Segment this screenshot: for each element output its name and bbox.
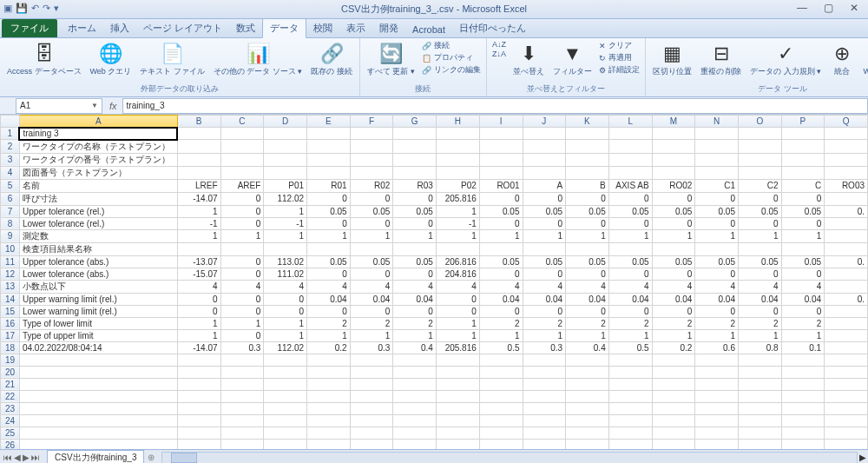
cell[interactable]: [264, 354, 307, 366]
cell[interactable]: 4: [652, 280, 695, 293]
cell[interactable]: [393, 354, 437, 366]
cell[interactable]: R01: [307, 179, 351, 192]
cell[interactable]: 4: [781, 280, 825, 293]
cell[interactable]: 0.04: [307, 293, 351, 305]
row-header[interactable]: 6: [1, 192, 20, 205]
cell[interactable]: 0.3: [220, 341, 264, 354]
cell[interactable]: [177, 140, 220, 154]
cell[interactable]: 0.05: [479, 255, 523, 268]
cell[interactable]: -1: [264, 217, 307, 229]
cell[interactable]: [608, 402, 652, 414]
cell[interactable]: RO02: [652, 179, 695, 192]
cell[interactable]: [479, 378, 523, 390]
cell[interactable]: [781, 439, 825, 449]
cell[interactable]: 2: [695, 317, 739, 329]
cell[interactable]: 0.6: [695, 341, 739, 354]
cell[interactable]: 0: [220, 268, 264, 280]
cell[interactable]: [652, 354, 695, 366]
cell[interactable]: B: [566, 179, 609, 192]
cell[interactable]: [350, 414, 393, 427]
cell[interactable]: [825, 390, 868, 402]
cell[interactable]: [738, 439, 781, 449]
cell[interactable]: 0.3: [523, 341, 566, 354]
column-header[interactable]: Q: [825, 116, 868, 128]
cell[interactable]: 0.4: [566, 341, 609, 354]
cell[interactable]: [479, 427, 523, 439]
cell[interactable]: 0: [350, 217, 393, 229]
cell[interactable]: [307, 153, 351, 166]
cell[interactable]: 0.05: [393, 205, 437, 217]
cell[interactable]: 1: [393, 329, 437, 341]
cell[interactable]: [738, 166, 781, 179]
cell[interactable]: 1: [738, 229, 781, 242]
cell[interactable]: [264, 366, 307, 378]
cell[interactable]: 1: [479, 329, 523, 341]
cell[interactable]: [566, 242, 609, 255]
web-query-button[interactable]: 🌐Web クエリ: [89, 40, 134, 78]
cell[interactable]: [695, 414, 739, 427]
cell[interactable]: [695, 366, 739, 378]
cell[interactable]: 0: [436, 293, 479, 305]
cell[interactable]: 1: [652, 229, 695, 242]
ribbon-tab-9[interactable]: 日付印ぺったん: [452, 19, 533, 37]
cell[interactable]: 2: [350, 317, 393, 329]
cell[interactable]: 図面番号（テストプラン）: [19, 166, 177, 179]
cell[interactable]: [393, 128, 437, 140]
filter-button[interactable]: ▼フィルター: [551, 40, 594, 78]
cell[interactable]: 1: [393, 229, 437, 242]
cell[interactable]: [350, 153, 393, 166]
cell[interactable]: [177, 390, 220, 402]
cell[interactable]: [436, 140, 479, 154]
cell[interactable]: 0: [307, 268, 351, 280]
cell[interactable]: -1: [436, 217, 479, 229]
cell[interactable]: 0: [479, 268, 523, 280]
cell[interactable]: [652, 402, 695, 414]
cell[interactable]: 0.04: [652, 293, 695, 305]
cell[interactable]: [393, 166, 437, 179]
cell[interactable]: [652, 153, 695, 166]
cell[interactable]: [825, 280, 868, 293]
cell[interactable]: RO03: [825, 179, 868, 192]
row-header[interactable]: 16: [1, 317, 20, 329]
cell[interactable]: [436, 242, 479, 255]
row-header[interactable]: 5: [1, 179, 20, 192]
cell[interactable]: 1: [350, 229, 393, 242]
cell[interactable]: [738, 140, 781, 154]
cell[interactable]: [566, 378, 609, 390]
cell[interactable]: [825, 378, 868, 390]
cell[interactable]: 111.02: [264, 268, 307, 280]
cell[interactable]: 112.02: [264, 192, 307, 205]
cell[interactable]: [350, 242, 393, 255]
cell[interactable]: [307, 414, 351, 427]
cell[interactable]: Upper tolerance (rel.): [19, 205, 177, 217]
cell[interactable]: 0: [436, 305, 479, 317]
cell[interactable]: [393, 414, 437, 427]
cell[interactable]: [781, 166, 825, 179]
cell[interactable]: 0.05: [307, 205, 351, 217]
sort-az-button[interactable]: A↓Z: [492, 40, 506, 49]
cell[interactable]: [393, 140, 437, 154]
cell[interactable]: -14.07: [177, 192, 220, 205]
cell[interactable]: [436, 128, 479, 140]
cell[interactable]: [220, 153, 264, 166]
cell[interactable]: 2: [781, 317, 825, 329]
cell[interactable]: [825, 354, 868, 366]
cell[interactable]: 0.04: [393, 293, 437, 305]
cell[interactable]: [350, 402, 393, 414]
cell[interactable]: [393, 390, 437, 402]
row-header[interactable]: 14: [1, 293, 20, 305]
cell[interactable]: 1: [781, 329, 825, 341]
cell[interactable]: [695, 402, 739, 414]
cell[interactable]: 0.: [825, 293, 868, 305]
cell[interactable]: 04.02.2022/08:04:14: [19, 341, 177, 354]
cell[interactable]: Lower tolerance (rel.): [19, 217, 177, 229]
cell[interactable]: 0: [781, 217, 825, 229]
column-header[interactable]: F: [350, 116, 393, 128]
cell[interactable]: [608, 166, 652, 179]
cell[interactable]: [479, 166, 523, 179]
cell[interactable]: 0: [350, 305, 393, 317]
horizontal-scrollbar[interactable]: [161, 452, 858, 464]
cell[interactable]: 1: [436, 229, 479, 242]
ribbon-tab-1[interactable]: 挿入: [103, 19, 136, 37]
cell[interactable]: 1: [264, 317, 307, 329]
